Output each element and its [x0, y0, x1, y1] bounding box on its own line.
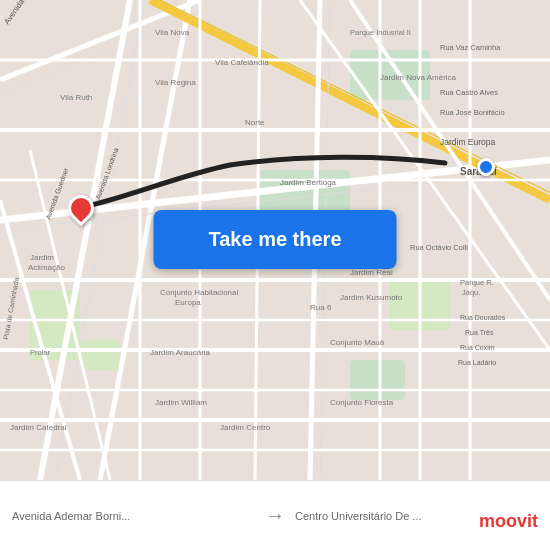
- svg-rect-5: [350, 360, 405, 400]
- svg-text:Vila Cafelândia: Vila Cafelândia: [215, 58, 269, 67]
- origin-label: Avenida Ademar Borni...: [12, 510, 255, 522]
- destination-dot: [477, 158, 495, 176]
- svg-text:Jardim William: Jardim William: [155, 398, 207, 407]
- svg-text:Conjunto Floresta: Conjunto Floresta: [330, 398, 394, 407]
- svg-text:Rua 6: Rua 6: [310, 303, 332, 312]
- svg-text:Vila Regina: Vila Regina: [155, 78, 196, 87]
- moovit-brand-text: moovit: [479, 511, 538, 532]
- svg-text:Conjunto Habitacional: Conjunto Habitacional: [160, 288, 238, 297]
- take-me-there-overlay: Take me there: [153, 210, 396, 269]
- svg-text:Parque Indusrial II: Parque Indusrial II: [350, 28, 411, 37]
- svg-text:Jardim Centro: Jardim Centro: [220, 423, 271, 432]
- arrow-icon: →: [265, 504, 285, 527]
- svg-text:Rua Três: Rua Três: [465, 329, 494, 336]
- svg-text:Jardim Real: Jardim Real: [350, 268, 393, 277]
- svg-text:Jardim Araucária: Jardim Araucária: [150, 348, 211, 357]
- svg-text:Rua Vaz Caminha: Rua Vaz Caminha: [440, 43, 501, 52]
- svg-text:Rua Dourados: Rua Dourados: [460, 314, 506, 321]
- svg-text:Norte: Norte: [245, 118, 265, 127]
- moovit-logo: moovit: [479, 511, 538, 532]
- svg-line-8: [40, 0, 130, 480]
- take-me-there-button[interactable]: Take me there: [153, 210, 396, 269]
- svg-line-9: [55, 0, 145, 480]
- svg-text:Jardim Europa: Jardim Europa: [440, 137, 496, 147]
- svg-text:Vila Ruth: Vila Ruth: [60, 93, 92, 102]
- svg-text:Rua José Bonifácio: Rua José Bonifácio: [440, 108, 505, 117]
- app-container: Avenida Mauá Avenida Guedner Avenida Lon…: [0, 0, 550, 550]
- svg-text:Parque R.: Parque R.: [460, 278, 494, 287]
- svg-text:Conjunto Mauá: Conjunto Mauá: [330, 338, 385, 347]
- svg-text:Avenida Mauá: Avenida Mauá: [2, 0, 39, 26]
- svg-text:Jaqu.: Jaqu.: [462, 288, 480, 297]
- svg-text:Jardim: Jardim: [30, 253, 54, 262]
- svg-text:Rua Ladário: Rua Ladário: [458, 359, 496, 366]
- svg-text:Prolar: Prolar: [30, 348, 51, 357]
- svg-text:Rua Coxim: Rua Coxim: [460, 344, 495, 351]
- svg-text:Jardim Nova América: Jardim Nova América: [380, 73, 457, 82]
- svg-text:Rua Octávio Colli: Rua Octávio Colli: [410, 243, 468, 252]
- svg-text:Jardim Catedral: Jardim Catedral: [10, 423, 67, 432]
- svg-text:Rua Castro Alves: Rua Castro Alves: [440, 88, 498, 97]
- svg-text:Europa: Europa: [175, 298, 201, 307]
- svg-rect-4: [80, 340, 120, 370]
- svg-text:Aclimação: Aclimação: [28, 263, 65, 272]
- origin-pin: [68, 195, 94, 221]
- svg-text:Jardim Kusumoto: Jardim Kusumoto: [340, 293, 403, 302]
- bottom-bar: Avenida Ademar Borni... → Centro Univers…: [0, 480, 550, 550]
- svg-text:Pista de Caminhada: Pista de Caminhada: [2, 277, 20, 340]
- map-area: Avenida Mauá Avenida Guedner Avenida Lon…: [0, 0, 550, 480]
- svg-text:Jardim Bertioga: Jardim Bertioga: [280, 178, 337, 187]
- svg-text:Vila Nova: Vila Nova: [155, 28, 190, 37]
